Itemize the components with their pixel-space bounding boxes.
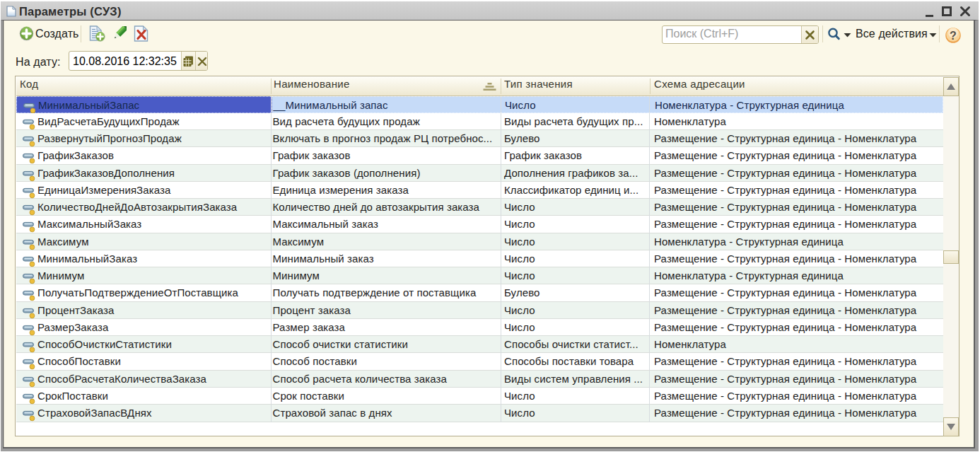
svg-text:?: ? (950, 30, 957, 42)
